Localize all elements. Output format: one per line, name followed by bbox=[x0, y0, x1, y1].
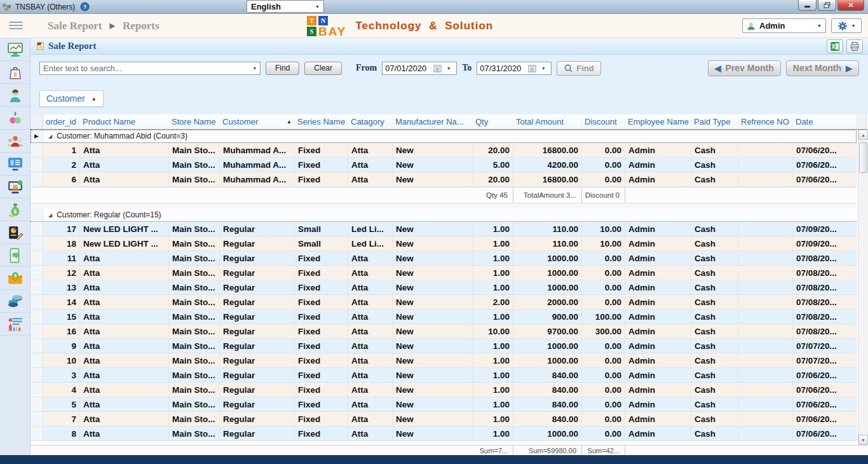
column-header-refrence_no[interactable]: Refrence NO bbox=[738, 114, 793, 129]
sidebar-item-reports[interactable] bbox=[0, 313, 30, 336]
table-row[interactable]: 15AttaMain Sto...RegularFixedAttaNew1.00… bbox=[31, 310, 857, 324]
from-date-input[interactable] bbox=[385, 64, 431, 73]
chevron-down-icon[interactable]: ▼ bbox=[250, 66, 260, 71]
user-dropdown[interactable]: Admin ▼ bbox=[742, 18, 826, 33]
table-row[interactable]: 1AttaMain Sto...Muhammad A...FixedAttaNe… bbox=[31, 143, 857, 158]
column-header-qty[interactable]: Qty bbox=[473, 114, 513, 129]
cell-store_name: Main Sto... bbox=[169, 324, 220, 338]
column-header-manufacturer[interactable]: Manufacturer Na... bbox=[393, 114, 473, 129]
group-row[interactable]: ◢Customer: Regular (Count=15) bbox=[31, 208, 857, 222]
salary-icon: $ bbox=[7, 270, 24, 287]
sidebar-item-sms[interactable] bbox=[0, 244, 30, 267]
table-row[interactable]: 3AttaMain Sto...RegularFixedAttaNew1.008… bbox=[31, 368, 857, 383]
table-row[interactable]: 4AttaMain Sto...RegularFixedAttaNew1.008… bbox=[31, 383, 857, 397]
group-row[interactable]: ▶◢Customer: Muhammad Abid (Count=3) bbox=[31, 130, 857, 143]
sidebar-item-customers[interactable] bbox=[0, 130, 30, 153]
table-row[interactable]: 9AttaMain Sto...RegularFixedAttaNew1.001… bbox=[31, 339, 857, 353]
group-summary-refrence_no bbox=[738, 188, 793, 203]
table-row[interactable]: 2AttaMain Sto...Muhammad A...FixedAttaNe… bbox=[31, 158, 857, 172]
column-header-paid_type[interactable]: Paid Type bbox=[691, 114, 738, 129]
cell-catagory: Atta bbox=[348, 412, 393, 426]
sidebar-item-income[interactable]: $ bbox=[0, 198, 30, 221]
print-button[interactable] bbox=[846, 39, 863, 53]
restore-icon bbox=[824, 2, 831, 8]
group-chip-customer[interactable]: Customer ▲ bbox=[39, 90, 104, 107]
calendar-icon[interactable] bbox=[433, 64, 442, 72]
sidebar-item-supplier[interactable] bbox=[0, 107, 30, 130]
logo-letter-s: S bbox=[307, 27, 316, 36]
to-date-input[interactable] bbox=[480, 64, 526, 73]
collapse-group-icon[interactable]: ◢ bbox=[48, 133, 52, 139]
column-header-discount[interactable]: Discount bbox=[582, 114, 625, 129]
column-header-order_id[interactable]: order_id bbox=[43, 114, 80, 129]
prev-month-button[interactable]: ◀ Prev Month bbox=[708, 60, 781, 76]
sidebar-item-finance[interactable] bbox=[0, 290, 30, 313]
minimize-button[interactable] bbox=[798, 0, 817, 11]
cell-product_name: Atta bbox=[80, 353, 169, 367]
column-header-customer[interactable]: Customer▲ bbox=[220, 114, 295, 129]
table-row[interactable]: 6AttaMain Sto...Muhammad A...FixedAttaNe… bbox=[31, 172, 857, 187]
cell-customer: Regular bbox=[220, 339, 295, 353]
column-header-product_name[interactable]: Product Name bbox=[80, 114, 169, 129]
svg-text:?: ? bbox=[83, 4, 86, 10]
table-row[interactable]: 5AttaMain Sto...RegularFixedAttaNew1.008… bbox=[31, 397, 857, 412]
breadcrumb-section[interactable]: Sale Report bbox=[48, 20, 102, 32]
row-indicator-cell bbox=[31, 158, 43, 172]
chevron-down-icon[interactable]: ▼ bbox=[538, 66, 548, 71]
sidebar-item-pos[interactable] bbox=[0, 153, 30, 175]
calendar-icon[interactable] bbox=[528, 64, 536, 72]
menu-icon[interactable] bbox=[9, 20, 23, 31]
column-header-catagory[interactable]: Catagory bbox=[348, 114, 393, 129]
table-row[interactable]: 7AttaMain Sto...RegularFixedAttaNew1.008… bbox=[31, 412, 857, 426]
table-row[interactable]: 8AttaMain Sto...RegularFixedAttaNew1.001… bbox=[31, 426, 857, 441]
cell-paid_type: Cash bbox=[691, 280, 738, 294]
column-header-employee_name[interactable]: Employee Name bbox=[625, 114, 691, 129]
next-month-button[interactable]: Next Month ▶ bbox=[786, 60, 859, 76]
export-excel-button[interactable]: X bbox=[827, 39, 843, 53]
table-row[interactable]: 18New LED LIGHT ...Main Sto...RegularSma… bbox=[31, 236, 857, 251]
sidebar-item-sale[interactable] bbox=[0, 175, 30, 198]
sidebar-item-employee[interactable] bbox=[0, 84, 30, 107]
table-row[interactable]: 16AttaMain Sto...RegularFixedAttaNew10.0… bbox=[31, 324, 857, 339]
table-row[interactable]: 14AttaMain Sto...RegularFixedAttaNew2.00… bbox=[31, 295, 857, 310]
language-dropdown[interactable]: English ▼ bbox=[247, 0, 324, 13]
table-row[interactable]: 10AttaMain Sto...RegularFixedAttaNew1.00… bbox=[31, 353, 857, 368]
cell-paid_type: Cash bbox=[691, 397, 738, 411]
restore-button[interactable] bbox=[818, 0, 836, 11]
scrollbar-thumb[interactable] bbox=[859, 142, 867, 173]
scrollbar-track[interactable] bbox=[858, 140, 868, 435]
table-row[interactable]: 11AttaMain Sto...RegularFixedAttaNew1.00… bbox=[31, 251, 857, 266]
collapse-group-icon[interactable]: ◢ bbox=[48, 212, 52, 218]
scroll-up-button[interactable]: ▲ bbox=[858, 130, 868, 140]
table-row[interactable]: 17New LED LIGHT ...Main Sto...RegularSma… bbox=[31, 222, 857, 236]
sidebar-item-purchase[interactable] bbox=[0, 61, 30, 84]
settings-button[interactable]: ▼ bbox=[831, 18, 862, 33]
column-header-label: Employee Name bbox=[628, 117, 689, 126]
column-header-series_name[interactable]: Series Name bbox=[295, 114, 348, 129]
cell-qty: 1.00 bbox=[473, 251, 513, 265]
help-icon[interactable]: ? bbox=[80, 2, 90, 11]
column-header-total_amount[interactable]: Total Amount bbox=[513, 114, 582, 129]
group-summary-manufacturer bbox=[393, 188, 473, 203]
next-month-label: Next Month bbox=[793, 63, 841, 73]
find-button[interactable]: Find bbox=[266, 62, 299, 75]
column-header-label: Total Amount bbox=[516, 117, 564, 126]
sidebar-item-dashboard[interactable] bbox=[0, 38, 30, 61]
search-input[interactable] bbox=[40, 64, 250, 73]
scroll-down-button[interactable]: ▼ bbox=[858, 435, 868, 445]
find-range-button[interactable]: Find bbox=[557, 61, 600, 76]
column-header-date[interactable]: Date bbox=[793, 114, 857, 129]
close-button[interactable]: ✕ bbox=[837, 0, 864, 11]
group-summary-customer bbox=[220, 188, 295, 203]
breadcrumb-page[interactable]: Reports bbox=[123, 20, 159, 32]
cell-refrence_no bbox=[738, 412, 793, 426]
table-row[interactable]: 12AttaMain Sto...RegularFixedAttaNew1.00… bbox=[31, 266, 857, 280]
chevron-down-icon[interactable]: ▼ bbox=[444, 66, 454, 71]
purchase-icon bbox=[7, 64, 24, 81]
column-header-store_name[interactable]: Store Name bbox=[169, 114, 220, 129]
clear-button[interactable]: Clear bbox=[304, 62, 342, 75]
cell-catagory: Atta bbox=[348, 324, 393, 338]
sidebar-item-accounts[interactable] bbox=[0, 221, 30, 244]
table-row[interactable]: 13AttaMain Sto...RegularFixedAttaNew1.00… bbox=[31, 280, 857, 295]
sidebar-item-salary[interactable]: $ bbox=[0, 267, 30, 290]
